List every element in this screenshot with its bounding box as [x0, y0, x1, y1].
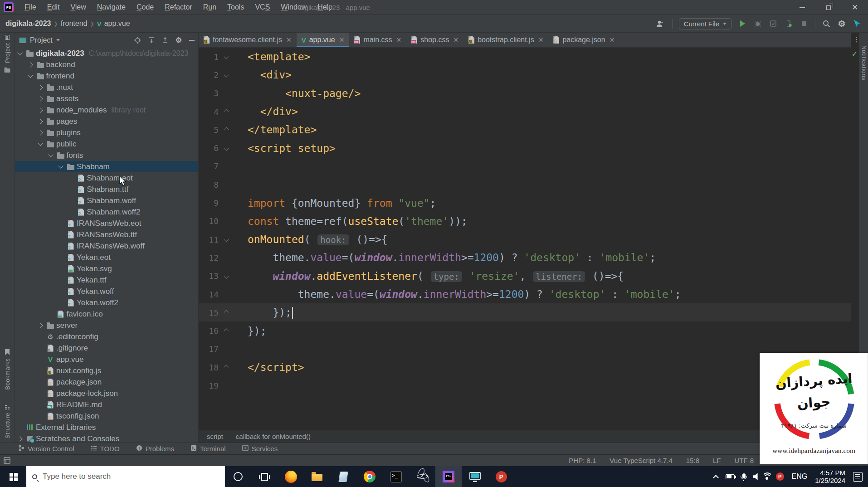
action-center-icon[interactable] — [853, 472, 863, 482]
close-icon[interactable]: ✕ — [453, 36, 458, 44]
stripe-project-label[interactable]: Project — [4, 43, 11, 63]
code-line-18[interactable]: 18</script> — [199, 358, 851, 376]
close-icon[interactable]: ✕ — [610, 36, 615, 44]
breadcrumb-item[interactable]: frontend — [61, 19, 88, 28]
expand-all-icon[interactable] — [148, 37, 155, 44]
status-item[interactable]: LF — [713, 457, 721, 464]
code-line-1[interactable]: 1<template> — [199, 48, 851, 66]
tree-item-digikala-2023[interactable]: digikala-2023C:\xampp\htdocs\digikala-20… — [15, 48, 198, 59]
chevron-right-icon[interactable] — [35, 131, 45, 135]
fold-icon[interactable] — [219, 311, 234, 314]
wifi-icon[interactable] — [766, 477, 768, 480]
collapse-all-icon[interactable] — [162, 37, 168, 44]
menu-item-view[interactable]: View — [66, 2, 90, 12]
debug-icon[interactable] — [753, 18, 762, 29]
toolwindow-terminal[interactable]: Terminal — [190, 445, 226, 453]
menu-item-navigate[interactable]: Navigate — [93, 2, 130, 12]
code-editor[interactable]: 1<template>2 <div>3 <nuxt-page/>4 </div>… — [199, 48, 851, 430]
close-button[interactable]: ✕ — [842, 0, 868, 15]
taskbar-app-explorer[interactable] — [304, 466, 330, 487]
tree-item-tsconfig-json[interactable]: {}tsconfig.json — [15, 410, 198, 422]
tree-item-app-vue[interactable]: Vapp.vue — [15, 354, 198, 365]
tree-item-scratches-and-consoles[interactable]: Scratches and Consoles — [15, 433, 198, 443]
profiler-icon[interactable] — [784, 18, 793, 29]
chevron-down-icon[interactable] — [35, 143, 45, 145]
editor-breadcrumb-item[interactable]: script — [207, 433, 223, 440]
taskbar-app-phpstorm[interactable] — [435, 466, 462, 487]
fold-icon[interactable] — [219, 128, 234, 131]
fold-icon[interactable] — [219, 274, 234, 278]
battery-icon[interactable] — [726, 474, 735, 479]
tool-window-icon[interactable] — [5, 35, 10, 40]
stripe-notifications-label[interactable]: Notifications — [861, 45, 868, 80]
menu-item-code[interactable]: Code — [132, 2, 158, 12]
maximize-button[interactable] — [815, 0, 842, 15]
menu-item-tools[interactable]: Tools — [223, 2, 249, 12]
taskbar-app-chrome[interactable] — [356, 466, 383, 487]
stop-icon[interactable] — [800, 18, 809, 29]
tab-fontawesome-client-js[interactable]: JSfontawesome.client.js✕ — [199, 33, 297, 47]
tree-item-readme-md[interactable]: MDREADME.md — [15, 399, 198, 410]
code-line-19[interactable]: 19 — [199, 376, 851, 394]
mic-icon[interactable] — [742, 473, 746, 478]
fold-icon[interactable] — [219, 365, 234, 369]
toolwindow-services[interactable]: Services — [242, 445, 278, 453]
tree-item-iransansweb-ttf[interactable]: ?IRANSansWeb.ttf — [15, 229, 198, 240]
code-line-2[interactable]: 2 <div> — [199, 66, 851, 84]
code-line-6[interactable]: 6<script setup> — [199, 139, 851, 157]
tab-bootstrap-client-js[interactable]: JSbootstrap.client.js✕ — [463, 33, 548, 47]
tree-item-shabnam-ttf[interactable]: ?Shabnam.ttf — [15, 184, 198, 195]
user-dropdown-icon[interactable] — [656, 18, 666, 29]
coverage-icon[interactable] — [769, 18, 778, 29]
taskbar-app-terminal[interactable]: >_ — [383, 466, 409, 487]
psiphon-tray-icon[interactable]: P — [776, 472, 784, 481]
tree-item-package-json[interactable]: {}package.json — [15, 376, 198, 388]
toolwindow-problems[interactable]: !Problems — [136, 445, 174, 453]
tab-package-json[interactable]: {}package.json✕ — [548, 33, 619, 47]
fold-icon[interactable] — [219, 146, 234, 150]
code-line-5[interactable]: 5</template> — [199, 121, 851, 139]
chevron-down-icon[interactable] — [56, 166, 66, 168]
fold-icon[interactable] — [219, 73, 234, 77]
tree-item--gitignore[interactable]: ⊘.gitignore — [15, 342, 198, 354]
chevron-right-icon[interactable] — [35, 108, 45, 112]
settings-icon[interactable]: ⚙ — [176, 37, 182, 44]
status-item[interactable]: Vue TypeScript 4.7.4 — [610, 457, 672, 464]
tab-shop-css[interactable]: cssshop.css✕ — [406, 33, 463, 47]
chevron-right-icon[interactable] — [35, 86, 45, 89]
toolwindow-todo[interactable]: TODO — [91, 445, 120, 453]
chevron-down-icon[interactable] — [15, 52, 25, 54]
close-icon[interactable]: ✕ — [538, 36, 544, 44]
fold-icon[interactable] — [219, 238, 234, 241]
menu-item-vcs[interactable]: VCS — [250, 2, 274, 12]
taskbar-app-screenshare[interactable] — [462, 466, 488, 487]
code-line-9[interactable]: 9import {onMounted} from "vue"; — [199, 194, 851, 212]
fold-icon[interactable] — [219, 55, 234, 58]
tab-main-css[interactable]: cssmain.css✕ — [349, 33, 406, 47]
tree-item-shabnam-woff[interactable]: ?Shabnam.woff — [15, 195, 198, 206]
tab-app-vue[interactable]: Vapp.vue✕ — [297, 33, 350, 47]
chevron-down-icon[interactable] — [46, 154, 56, 156]
tree-item--nuxt[interactable]: .nuxt — [15, 82, 198, 93]
close-icon[interactable]: ✕ — [339, 36, 345, 44]
taskbar-app-atom[interactable] — [409, 466, 435, 487]
code-line-7[interactable]: 7 — [199, 157, 851, 175]
tree-item-favicon-ico[interactable]: favicon.ico — [15, 308, 198, 320]
tree-item-external-libraries[interactable]: External Libraries — [15, 422, 198, 433]
tree-item--editorconfig[interactable]: ⚙.editorconfig — [15, 331, 198, 342]
clock[interactable]: 4:57 PM 1/25/2024 — [815, 469, 845, 484]
ide-edge-icon[interactable] — [853, 18, 862, 29]
hide-icon[interactable] — [189, 39, 195, 41]
tree-item-node-modules[interactable]: node_moduleslibrary root — [15, 104, 198, 116]
run-icon[interactable] — [738, 18, 747, 29]
breadcrumb-item[interactable]: app.vue — [104, 19, 130, 28]
code-line-8[interactable]: 8 — [199, 175, 851, 194]
menu-item-edit[interactable]: Edit — [43, 2, 64, 12]
chevron-right-icon[interactable] — [35, 324, 45, 327]
code-line-15[interactable]: 15 }); — [199, 303, 851, 321]
chevron-right-icon[interactable] — [35, 97, 45, 101]
taskbar-search[interactable] — [26, 466, 225, 487]
menu-item-refactor[interactable]: Refactor — [160, 2, 196, 12]
chevron-down-icon[interactable] — [25, 75, 35, 77]
code-line-12[interactable]: 12 theme.value=(window.innerWidth>=1200)… — [199, 248, 851, 267]
